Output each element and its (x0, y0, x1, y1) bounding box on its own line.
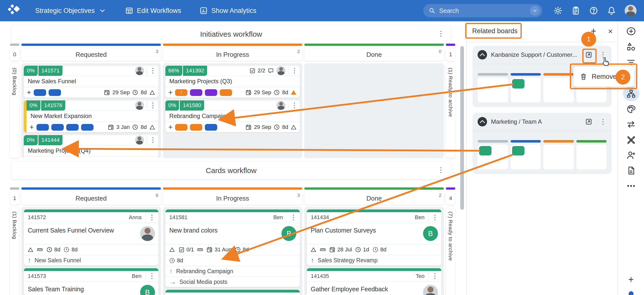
search-bar[interactable] (423, 4, 542, 17)
show-analytics-button[interactable]: Show Analytics (199, 6, 256, 15)
settings-icon[interactable] (553, 6, 563, 15)
clipboard-icon[interactable] (571, 6, 580, 15)
assignee-avatar[interactable]: B (423, 226, 438, 241)
column-header[interactable]: Requested 6 (21, 192, 161, 205)
card-link[interactable]: ↑ Sales Strategy Revamp (307, 255, 442, 266)
column-header[interactable]: In Progress 2 (163, 48, 302, 61)
child-card-pill[interactable] (205, 89, 217, 96)
card-link[interactable]: ↑ Rebranding Campaign (166, 266, 300, 276)
card[interactable]: 141431 Teo ⋮ Website Revamp (166, 290, 300, 295)
add-child-button[interactable]: + (168, 89, 173, 96)
card[interactable]: 141434 Ben ⋮ Plan Customer SurveysB 28 J… (307, 210, 442, 266)
orgchart-icon[interactable] (626, 89, 636, 99)
add-child-button[interactable]: + (30, 124, 34, 131)
card[interactable]: 0%141571 ⋮ New Sales Funnel + 29 Sep 8d (24, 66, 158, 98)
card-menu-button[interactable]: ⋮ (291, 67, 298, 74)
collapsed-column-label[interactable]: (1) Backlog (10, 207, 19, 295)
collapsed-column-count[interactable]: 1 (10, 192, 19, 205)
column-header[interactable]: In Progress 3 (163, 192, 302, 205)
assignee-avatar[interactable] (276, 101, 286, 110)
add-child-button[interactable]: + (168, 124, 173, 131)
card-menu-button[interactable]: ⋮ (291, 102, 298, 109)
card[interactable]: 141435 Teo ⋮ Gather Employee Feedback 28… (307, 268, 442, 295)
more-icon[interactable] (626, 181, 636, 191)
child-card-pill[interactable] (190, 89, 202, 96)
assignee-avatar[interactable]: B (282, 226, 296, 241)
child-card-pill[interactable]: ↑ (175, 89, 188, 96)
board-switcher[interactable]: Strategic Objectives (35, 6, 107, 15)
swap-icon[interactable] (626, 120, 636, 130)
child-card-pill[interactable] (51, 124, 64, 131)
notifications-icon[interactable] (607, 6, 616, 15)
column-header[interactable]: Requested 3 (21, 48, 161, 61)
child-card-pill[interactable] (190, 124, 202, 131)
edit-workflows-button[interactable]: Edit Workflows (125, 6, 181, 15)
shapes-icon[interactable] (626, 42, 636, 52)
collapse-board-button[interactable] (478, 50, 487, 60)
assignee-avatar[interactable] (423, 285, 438, 295)
collapsed-column-count[interactable]: 1 (446, 48, 455, 61)
collapsed-column-label[interactable]: (0) Backlog (10, 63, 19, 158)
collapsed-column-count[interactable]: 4 (446, 192, 455, 205)
assignee-avatar[interactable] (276, 66, 286, 75)
assignee-avatar[interactable]: B (140, 285, 155, 295)
board-menu-button[interactable]: ⋮ (600, 51, 606, 58)
child-card-pill[interactable] (81, 124, 94, 131)
collapsed-column-count[interactable]: 0 (10, 48, 19, 61)
related-board[interactable]: Marketing / Team A ⋮ (473, 113, 612, 174)
add-circle-icon[interactable] (626, 26, 636, 36)
collapse-board-button[interactable] (478, 117, 487, 126)
child-card-pill[interactable] (34, 89, 46, 96)
app-logo-icon[interactable] (8, 4, 20, 17)
tools-icon[interactable] (626, 135, 636, 145)
card-menu-button[interactable]: ⋮ (428, 271, 442, 281)
child-card-pill[interactable] (66, 124, 78, 131)
card[interactable]: 0%141580 ⋮ Rebranding Campaign + 29 Sep … (166, 100, 300, 132)
card[interactable]: 66%141392 2/2 ⋮ Marketing Projects (Q3) … (166, 66, 300, 98)
card-menu-button[interactable]: ⋮ (150, 67, 156, 74)
column-header[interactable]: Done 0 (304, 48, 444, 61)
column-header[interactable]: Done 2 (304, 192, 444, 205)
card-menu-button[interactable]: ⋮ (145, 271, 158, 281)
search-input[interactable] (439, 7, 526, 14)
open-board-icon[interactable] (585, 51, 593, 59)
zoom-in-button[interactable]: + (628, 274, 634, 285)
board-menu-button[interactable]: ⋮ (600, 118, 606, 125)
card-menu-button[interactable]: ⋮ (145, 212, 158, 222)
assignee-avatar[interactable] (140, 226, 155, 241)
collapsed-column-label[interactable]: (1) Ready to archive (446, 63, 455, 158)
filter-icon[interactable] (626, 57, 636, 67)
child-card-pill[interactable] (220, 89, 232, 96)
card-link[interactable]: ↑ New Sales Funnel (24, 255, 158, 266)
close-panel-button[interactable]: × (608, 27, 613, 36)
card[interactable]: 0%141444 ⋮ Marketing Projects (Q4) + 30 … (24, 135, 158, 158)
card-menu-button[interactable]: ⋮ (150, 102, 156, 109)
person-add-icon[interactable] (626, 150, 636, 160)
add-child-button[interactable]: + (27, 89, 31, 96)
collapsed-column-label[interactable]: (7) Ready to archive (446, 207, 455, 295)
assignee-avatar[interactable] (135, 101, 144, 110)
child-card-pill[interactable] (48, 89, 61, 96)
search-scope-button[interactable] (530, 6, 540, 16)
help-icon[interactable] (589, 6, 598, 15)
doc-icon[interactable] (626, 166, 636, 176)
open-board-icon[interactable] (585, 118, 593, 126)
workflow-menu-button[interactable]: ⋮ (438, 166, 444, 174)
card[interactable]: 141572 Anna ⋮ Current Sales Funnel Overv… (24, 210, 158, 266)
card[interactable]: 0%141576 ⋮ New Market Expansion + 3 Jan … (24, 100, 158, 132)
card-menu-button[interactable]: ⋮ (286, 292, 300, 295)
child-card-pill[interactable] (36, 124, 49, 131)
card[interactable]: 141581 Ben ⋮ New brand colorsB 0/131 Aug… (166, 210, 300, 287)
card-menu-button[interactable]: ⋮ (286, 212, 300, 222)
card[interactable]: 141573 Ben ⋮ Sales Team TrainingB 8d8d ↑ (24, 268, 158, 295)
assignee-avatar[interactable] (135, 66, 144, 75)
card-menu-button[interactable]: ⋮ (150, 136, 156, 144)
palette-icon[interactable] (626, 104, 636, 114)
card-link[interactable]: → Social Media posts (166, 276, 300, 287)
user-avatar[interactable] (625, 5, 636, 16)
child-card-pill[interactable] (175, 124, 188, 131)
assignee-avatar[interactable] (135, 136, 144, 144)
zoom-level-dot[interactable] (628, 291, 633, 295)
workflow-menu-button[interactable]: ⋮ (438, 30, 444, 37)
child-card-pill[interactable] (205, 124, 217, 131)
